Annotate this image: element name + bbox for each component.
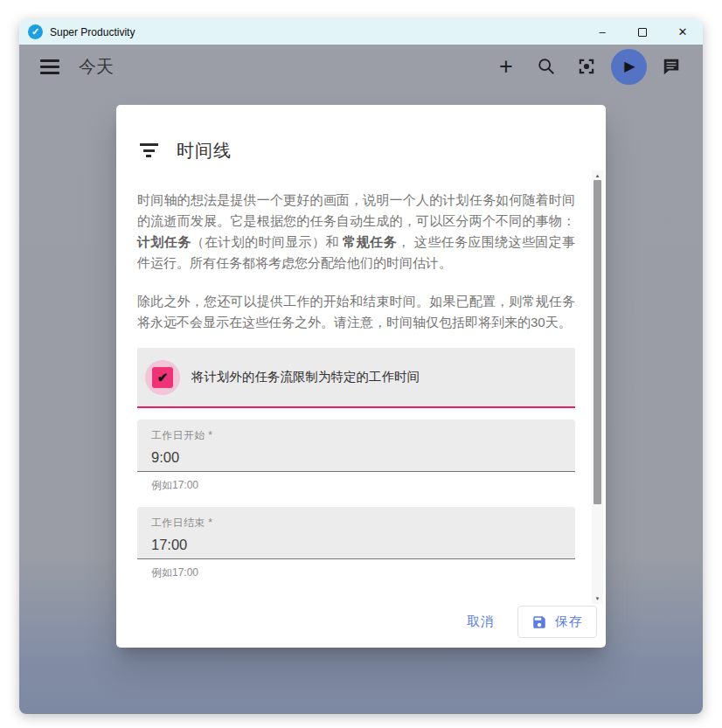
minimize-button[interactable]: – [582, 19, 622, 45]
dialog-body: 时间轴的想法是提供一个更好的画面，说明一个人的计划任务如何随着时间的流逝而发展。… [116, 170, 606, 604]
app-window: ✓ Super Productivity – ✕ 今天 + [19, 19, 703, 714]
menu-icon[interactable] [40, 59, 59, 74]
focus-mode-button[interactable] [571, 51, 602, 82]
field-hint: 例如17:00 [137, 472, 575, 493]
screenshot-root: ✓ Super Productivity – ✕ 今天 + [0, 0, 722, 728]
add-task-button[interactable]: + [490, 51, 522, 82]
dialog-actions: 取消 保存 [116, 604, 606, 648]
checkbox-ripple: ✔ [145, 360, 180, 395]
search-button[interactable] [531, 51, 562, 82]
workday-end-field[interactable]: 工作日结束 * 17:00 [137, 507, 575, 559]
term-regular-tasks: 常规任务 [343, 234, 397, 249]
dialog-scrollbar[interactable]: ▲ ▼ [592, 170, 603, 604]
workday-end-input[interactable]: 17:00 [151, 537, 561, 553]
scroll-down-arrow[interactable]: ▼ [592, 593, 603, 604]
save-button[interactable]: 保存 [517, 606, 597, 638]
save-icon [531, 614, 547, 630]
description-paragraph-2: 除此之外，您还可以提供工作的开始和结束时间。如果已配置，则常规任务将永远不会显示… [137, 291, 575, 333]
cancel-button[interactable]: 取消 [455, 607, 507, 638]
chat-icon [662, 57, 681, 76]
window-title: Super Productivity [50, 26, 135, 38]
maximize-button[interactable] [622, 19, 663, 45]
paragraph-text: 时间轴的想法是提供一个更好的画面，说明一个人的计划任务如何随着时间的流逝而发展。… [137, 192, 575, 228]
titlebar: ✓ Super Productivity – ✕ [19, 19, 703, 45]
app-logo-icon: ✓ [28, 24, 43, 39]
check-icon: ✔ [157, 371, 169, 384]
notes-button[interactable] [656, 51, 687, 82]
checkbox-checked-icon[interactable]: ✔ [152, 367, 173, 388]
focus-mode-icon [577, 57, 596, 76]
dialog-title: 时间线 [177, 139, 232, 163]
workday-start-field[interactable]: 工作日开始 * 9:00 [137, 419, 575, 472]
maximize-icon [638, 28, 647, 37]
paragraph-text: （在计划的时间显示）和 [191, 234, 344, 249]
plus-icon: + [499, 55, 513, 79]
save-button-label: 保存 [555, 614, 583, 630]
play-button[interactable]: ▶ [611, 49, 647, 85]
scrollbar-thumb[interactable] [594, 180, 601, 504]
field-label: 工作日结束 * [151, 516, 561, 530]
play-icon: ▶ [624, 59, 635, 73]
close-button[interactable]: ✕ [663, 19, 703, 45]
term-scheduled-tasks: 计划任务 [137, 234, 191, 249]
field-label: 工作日开始 * [151, 428, 561, 443]
checkbox-label: 将计划外的任务流限制为特定的工作时间 [191, 369, 420, 385]
work-hours-checkbox-row[interactable]: ✔ 将计划外的任务流限制为特定的工作时间 [137, 348, 575, 408]
search-icon [537, 57, 556, 76]
main-toolbar: 今天 + ▶ [19, 45, 703, 88]
workday-start-input[interactable]: 9:00 [151, 449, 561, 466]
dialog-header: 时间线 [116, 105, 606, 170]
description-paragraph-1: 时间轴的想法是提供一个更好的画面，说明一个人的计划任务如何随着时间的流逝而发展。… [137, 190, 575, 274]
timeline-settings-dialog: 时间线 时间轴的想法是提供一个更好的画面，说明一个人的计划任务如何随着时间的流逝… [116, 105, 606, 648]
field-hint: 例如17:00 [137, 559, 575, 580]
page-title: 今天 [79, 55, 114, 79]
filter-icon [139, 143, 158, 157]
